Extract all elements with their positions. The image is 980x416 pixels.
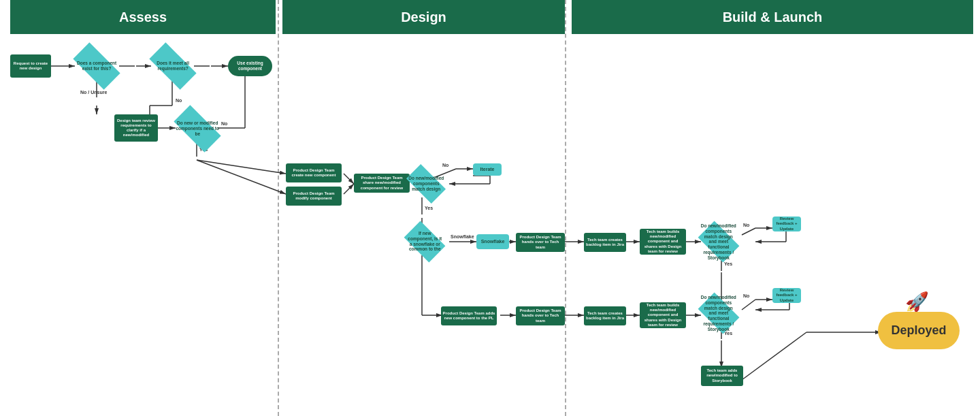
node-do-components-match2: Do new/modified components match design … [698,293,740,334]
node-tech-adds-storybook: Tech team adds new/modified to Storybook [701,366,743,386]
node-product-hands-over-new: Product Design Team hands over to Tech t… [516,233,565,252]
deployed-label: Deployed [891,323,946,338]
divider-1 [278,0,279,416]
node-product-modify: Product Design Team modify component [286,187,342,206]
rocket-icon: 🚀 [905,291,929,313]
node-snowflake: Snowflake [476,234,509,249]
node-iterate: Iterate [473,163,502,176]
phase-design-header: Design [282,0,565,34]
diagram-container: Assess Design Build & Launch No / Unsu [0,0,980,416]
node-tech-creates-backlog2: Tech team creates backlog item in Jira [584,306,626,325]
node-product-hands-over-existing: Product Design Team hands over to Tech t… [516,306,565,325]
phase-design-label: Design [401,10,446,25]
node-do-components-match1: Do new/modified components match design … [698,221,740,263]
node-review-feedback1: Review feedback + Update [772,217,801,231]
node-deployed: Deployed [878,312,960,349]
node-product-create: Product Design Team create new component [286,163,342,182]
divider-2 [565,0,566,416]
node-product-adds-new: Product Design Team adds new component t… [441,306,497,325]
phase-assess-label: Assess [119,10,167,25]
phase-design: Design [282,0,565,416]
phase-assess-header: Assess [10,0,276,34]
phase-build-header: Build & Launch [572,0,973,34]
node-tech-creates-backlog1: Tech team creates backlog item in Jira [584,233,626,252]
node-review-feedback2: Review feedback + Update [772,288,801,303]
node-request: Request to create new design [10,54,51,78]
node-product-share: Product Design Team share new/modified c… [354,174,410,193]
node-design-team-review: Design team review requirements to clari… [114,114,158,142]
phase-build-label: Build & Launch [723,10,823,25]
node-tech-builds2: Tech team builds new/modified component … [640,302,686,328]
node-tech-builds1: Tech team builds new/modified component … [640,229,686,255]
phase-build: Build & Launch [572,0,973,416]
node-use-existing: Use existing component [228,56,272,76]
